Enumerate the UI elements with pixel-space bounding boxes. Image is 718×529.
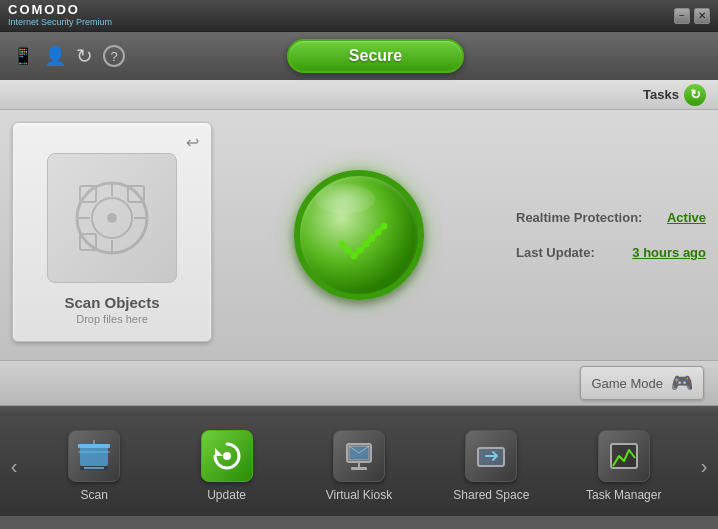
bottom-nav: ‹ Scan [0, 416, 718, 516]
nav-left-arrow[interactable]: ‹ [0, 416, 28, 516]
svg-point-22 [367, 239, 372, 244]
svg-point-24 [379, 227, 384, 232]
svg-rect-36 [351, 467, 367, 470]
title-brand: COMODO Internet Security Premium [8, 3, 112, 27]
scan-target-svg [72, 178, 152, 258]
tasks-label: Tasks [643, 87, 679, 102]
game-mode-button[interactable]: Game Mode 🎮 [580, 366, 704, 400]
update-icon-box [201, 430, 253, 482]
update-label: Last Update: [516, 245, 595, 260]
security-status-button[interactable] [294, 170, 424, 300]
brand-name: COMODO [8, 3, 112, 17]
nav-items: Scan Update [28, 416, 690, 516]
brand-subtitle: Internet Security Premium [8, 18, 112, 28]
task-manager-icon [606, 438, 642, 474]
main-content: ↩ Scan Objects Drop files here [0, 110, 718, 360]
status-area: Realtime Protection: Active Last Update:… [506, 122, 706, 348]
nav-item-task-manager[interactable]: Task Manager [574, 424, 674, 508]
nav-item-scan[interactable]: Scan [44, 424, 144, 508]
shared-space-label: Shared Space [453, 488, 529, 502]
svg-point-32 [223, 452, 231, 460]
realtime-value[interactable]: Active [667, 210, 706, 225]
tasks-bar: Tasks ↻ [0, 80, 718, 110]
svg-point-23 [373, 233, 378, 238]
game-mode-bar: Game Mode 🎮 [0, 360, 718, 406]
svg-point-19 [349, 251, 354, 256]
svg-point-18 [343, 245, 348, 250]
svg-rect-26 [78, 444, 110, 448]
window-controls: − ✕ [674, 8, 710, 24]
user-icon[interactable]: 👤 [44, 45, 66, 67]
title-bar: COMODO Internet Security Premium − ✕ [0, 0, 718, 32]
help-icon[interactable]: ? [103, 45, 125, 67]
nav-right-arrow[interactable]: › [690, 416, 718, 516]
nav-item-virtual-kiosk[interactable]: Virtual Kiosk [309, 424, 409, 508]
nav-item-shared-space[interactable]: Shared Space [441, 424, 541, 508]
last-update-row: Last Update: 3 hours ago [516, 245, 706, 260]
tasks-arrow-icon: ↻ [684, 84, 706, 106]
refresh-icon[interactable]: ↻ [76, 44, 93, 68]
svg-point-21 [361, 245, 366, 250]
nav-item-update[interactable]: Update [177, 424, 277, 508]
game-mode-label: Game Mode [591, 376, 663, 391]
svg-point-2 [107, 213, 117, 223]
scan-objects-subtitle: Drop files here [76, 313, 148, 325]
realtime-protection-row: Realtime Protection: Active [516, 210, 706, 225]
virtual-kiosk-icon [341, 438, 377, 474]
scan-objects-title: Scan Objects [64, 294, 159, 311]
update-value[interactable]: 3 hours ago [632, 245, 706, 260]
tasks-button[interactable]: Tasks ↻ [643, 84, 706, 106]
center-area [212, 122, 506, 348]
shared-space-icon-box [465, 430, 517, 482]
task-manager-icon-box [598, 430, 650, 482]
phone-icon[interactable]: 📱 [12, 45, 34, 67]
svg-marker-31 [215, 448, 223, 456]
scan-icon-box [68, 430, 120, 482]
bottom-separator [0, 406, 718, 416]
header-bar: 📱 👤 ↻ ? Secure [0, 32, 718, 80]
back-arrow-icon[interactable]: ↩ [186, 133, 199, 152]
virtual-kiosk-icon-box [333, 430, 385, 482]
status-button[interactable]: Secure [287, 39, 464, 73]
gamepad-icon: 🎮 [671, 372, 693, 394]
scan-objects-box[interactable]: ↩ Scan Objects Drop files here [12, 122, 212, 342]
scan-target-area [47, 153, 177, 283]
close-button[interactable]: ✕ [694, 8, 710, 24]
svg-point-20 [355, 251, 360, 256]
virtual-kiosk-label: Virtual Kiosk [326, 488, 392, 502]
realtime-label: Realtime Protection: [516, 210, 642, 225]
minimize-button[interactable]: − [674, 8, 690, 24]
update-label: Update [207, 488, 246, 502]
task-manager-label: Task Manager [586, 488, 661, 502]
update-icon [209, 438, 245, 474]
scan-label: Scan [81, 488, 108, 502]
comodo-logo: COMODO Internet Security Premium [8, 3, 112, 27]
checkmark-icon [324, 200, 394, 270]
shared-space-icon [473, 438, 509, 474]
scan-icon [76, 438, 112, 474]
